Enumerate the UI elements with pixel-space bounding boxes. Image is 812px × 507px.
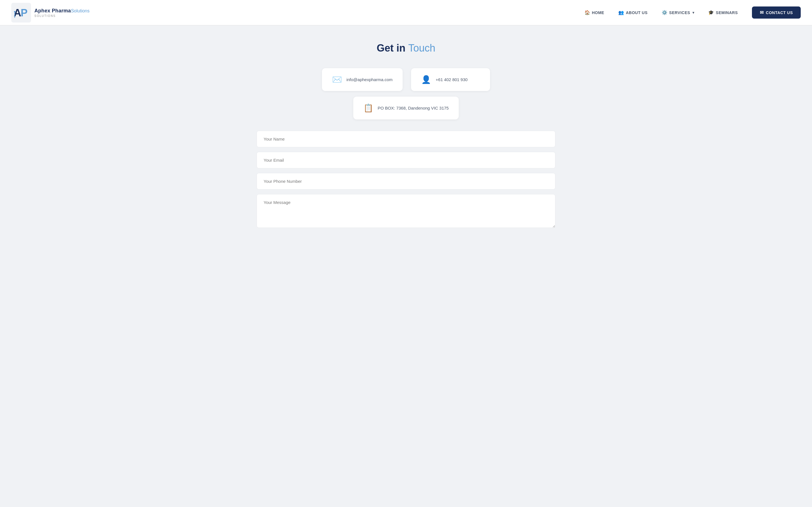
- brand-text-block: Aphex PharmaSolutions SOLUTIONS: [35, 8, 89, 17]
- address-card: 📋 PO BOX: 7368, Dandenong VIC 3175: [353, 97, 459, 119]
- message-textarea[interactable]: [257, 194, 555, 228]
- nav-seminars[interactable]: 🎓 SEMINARS: [703, 8, 743, 17]
- home-icon: 🏠: [585, 10, 591, 15]
- contact-us-button[interactable]: ✉ CONTACT US: [752, 6, 801, 18]
- nav-services[interactable]: ⚙️ SERVICES ▾: [656, 8, 700, 17]
- main-content: Get in Touch ✉️ info@aphexpharma.com 👤 +…: [251, 25, 561, 239]
- email-card: ✉️ info@aphexpharma.com: [322, 68, 403, 91]
- email-input[interactable]: [257, 152, 555, 168]
- email-value: info@aphexpharma.com: [347, 77, 393, 82]
- about-icon: 👥: [618, 10, 624, 15]
- phone-input[interactable]: [257, 173, 555, 189]
- address-card-icon: 📋: [363, 103, 373, 113]
- contact-form: [257, 131, 555, 228]
- contact-cards-row2: 📋 PO BOX: 7368, Dandenong VIC 3175: [257, 97, 555, 119]
- brand-name: Aphex PharmaSolutions: [35, 8, 89, 14]
- nav-links: 🏠 HOME 👥 ABOUT US ⚙️ SERVICES ▾ 🎓 SEMINA…: [579, 6, 801, 18]
- phone-value: +61 402 801 930: [436, 77, 467, 82]
- page-title: Get in Touch: [257, 42, 555, 54]
- seminars-icon: 🎓: [708, 10, 714, 15]
- address-value: PO BOX: 7368, Dandenong VIC 3175: [378, 106, 449, 110]
- navbar: A P Aphex PharmaSolutions SOLUTIONS 🏠 HO…: [0, 0, 812, 25]
- brand-logo-image: A P: [11, 3, 31, 22]
- brand-subtitle: SOLUTIONS: [35, 14, 89, 17]
- chevron-down-icon: ▾: [693, 11, 695, 15]
- nav-about[interactable]: 👥 ABOUT US: [613, 8, 653, 17]
- name-input[interactable]: [257, 131, 555, 147]
- svg-point-4: [14, 11, 15, 12]
- svg-text:P: P: [20, 7, 28, 18]
- envelope-icon: ✉: [760, 10, 764, 15]
- contact-cards-row1: ✉️ info@aphexpharma.com 👤 +61 402 801 93…: [257, 68, 555, 91]
- email-card-icon: ✉️: [332, 75, 342, 84]
- nav-home[interactable]: 🏠 HOME: [579, 8, 610, 17]
- brand-logo-link[interactable]: A P Aphex PharmaSolutions SOLUTIONS: [11, 3, 89, 22]
- phone-card: 👤 +61 402 801 930: [411, 68, 490, 91]
- phone-card-icon: 👤: [421, 75, 431, 84]
- services-icon: ⚙️: [662, 10, 668, 15]
